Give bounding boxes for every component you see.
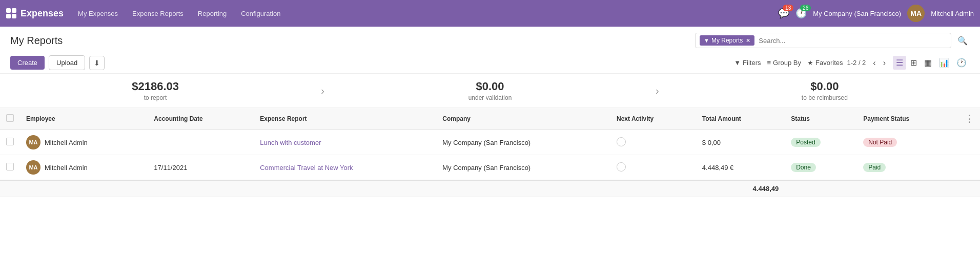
footer-empty-6 bbox=[610, 180, 696, 197]
row-1-expense-report-link[interactable]: Lunch with customer bbox=[260, 139, 321, 146]
row-1-status-badge: Posted bbox=[791, 138, 820, 147]
row-1-activity-circle[interactable] bbox=[617, 137, 626, 146]
row-2-employee: MA Mitchell Admin bbox=[20, 155, 148, 181]
row-1-expense-report[interactable]: Lunch with customer bbox=[254, 130, 436, 155]
pagination-controls: ‹ › bbox=[870, 57, 889, 69]
filter-controls: ▼ Filters ≡ Group By ★ Favorites bbox=[734, 59, 843, 67]
list-view-button[interactable]: ☰ bbox=[893, 56, 906, 70]
footer-empty-3 bbox=[148, 180, 254, 197]
user-name: Mitchell Admin bbox=[931, 10, 974, 17]
filter-remove-button[interactable]: ✕ bbox=[746, 37, 750, 44]
row-2-payment-badge: Paid bbox=[863, 163, 886, 172]
summary-bar: $2186.03 to report › $0.00 under validat… bbox=[0, 74, 980, 108]
table-header-row: Employee Accounting Date Expense Report … bbox=[0, 108, 980, 130]
summary-to-report-amount: $2186.03 bbox=[0, 80, 311, 93]
search-button[interactable]: 🔍 bbox=[955, 34, 970, 48]
activities-button[interactable]: 🕐 26 bbox=[795, 8, 807, 19]
select-all-checkbox[interactable] bbox=[6, 114, 14, 122]
favorites-label: Favorites bbox=[815, 59, 843, 67]
row-2-expense-report[interactable]: Commercial Travel at New York bbox=[254, 155, 436, 181]
summary-to-be-reimbursed: $0.00 to be reimbursed bbox=[669, 80, 980, 101]
row-2-options bbox=[958, 155, 980, 181]
group-by-button[interactable]: ≡ Group By bbox=[767, 59, 802, 67]
search-input[interactable] bbox=[757, 36, 910, 46]
footer-empty-4 bbox=[254, 180, 436, 197]
col-header-company[interactable]: Company bbox=[436, 108, 610, 130]
row-1-payment-status: Not Paid bbox=[857, 130, 958, 155]
grid-view-button[interactable]: ▦ bbox=[921, 56, 935, 70]
search-area: ▼ My Reports ✕ 🔍 bbox=[695, 33, 970, 48]
search-box[interactable]: ▼ My Reports ✕ bbox=[695, 33, 951, 48]
avatar[interactable]: MA bbox=[907, 5, 925, 22]
nav-menu: My Expenses Expense Reports Reporting Co… bbox=[72, 7, 774, 20]
row-1-checkbox[interactable] bbox=[6, 138, 14, 145]
toolbar: Create Upload ⬇ ▼ Filters ≡ Group By ★ F… bbox=[0, 52, 980, 74]
row-1-options bbox=[958, 130, 980, 155]
nav-right: 💬 13 🕐 26 My Company (San Francisco) MA … bbox=[778, 5, 974, 22]
nav-item-my-expenses[interactable]: My Expenses bbox=[72, 7, 124, 20]
col-header-check bbox=[0, 108, 20, 130]
footer-empty-2 bbox=[20, 180, 148, 197]
summary-under-validation-label: under validation bbox=[335, 94, 645, 101]
col-header-accounting-date[interactable]: Accounting Date bbox=[148, 108, 254, 130]
pagination-info: 1-2 / 2 bbox=[847, 59, 866, 67]
upload-button[interactable]: Upload bbox=[49, 55, 85, 70]
create-button[interactable]: Create bbox=[10, 56, 45, 70]
active-filter-tag: ▼ My Reports ✕ bbox=[700, 35, 754, 46]
footer-empty-1 bbox=[0, 180, 20, 197]
activities-count: 26 bbox=[800, 5, 811, 11]
summary-under-validation-amount: $0.00 bbox=[335, 80, 645, 93]
row-2-accounting-date: 17/11/2021 bbox=[148, 155, 254, 181]
next-page-button[interactable]: › bbox=[880, 57, 889, 69]
row-2-employee-name: Mitchell Admin bbox=[45, 164, 88, 172]
row-2-company: My Company (San Francisco) bbox=[436, 155, 610, 181]
prev-page-button[interactable]: ‹ bbox=[870, 57, 879, 69]
app-logo[interactable]: Expenses bbox=[6, 8, 64, 19]
row-2-checkbox[interactable] bbox=[6, 163, 14, 170]
clock-view-button[interactable]: 🕐 bbox=[953, 56, 970, 70]
notifications-button[interactable]: 💬 13 bbox=[778, 8, 789, 19]
row-1-employee: MA Mitchell Admin bbox=[20, 130, 148, 155]
row-2-expense-report-link[interactable]: Commercial Travel at New York bbox=[260, 164, 353, 172]
summary-to-report-label: to report bbox=[0, 94, 311, 101]
view-switcher: ☰ ⊞ ▦ 📊 🕐 bbox=[893, 56, 970, 70]
summary-under-validation: $0.00 under validation bbox=[335, 80, 645, 101]
row-1-avatar: MA bbox=[26, 135, 40, 149]
row-2-total-amount: 4.448,49 € bbox=[696, 155, 785, 181]
nav-item-configuration[interactable]: Configuration bbox=[235, 7, 287, 20]
expense-reports-table: Employee Accounting Date Expense Report … bbox=[0, 108, 980, 197]
row-1-employee-name: Mitchell Admin bbox=[45, 139, 88, 146]
page-header: My Reports ▼ My Reports ✕ 🔍 bbox=[0, 27, 980, 52]
filters-button[interactable]: ▼ Filters bbox=[734, 59, 761, 67]
row-2-activity-circle[interactable] bbox=[617, 162, 626, 172]
chart-view-button[interactable]: 📊 bbox=[936, 56, 952, 70]
row-1-next-activity bbox=[610, 130, 696, 155]
filter-tag-label: My Reports bbox=[711, 37, 743, 44]
col-header-expense-report[interactable]: Expense Report bbox=[254, 108, 436, 130]
col-header-employee[interactable]: Employee bbox=[20, 108, 148, 130]
footer-empty-9 bbox=[958, 180, 980, 197]
download-button[interactable]: ⬇ bbox=[89, 56, 105, 70]
filter-funnel-icon: ▼ bbox=[734, 59, 741, 67]
col-header-payment-status[interactable]: Payment Status bbox=[857, 108, 958, 130]
col-header-next-activity[interactable]: Next Activity bbox=[610, 108, 696, 130]
col-header-status[interactable]: Status bbox=[785, 108, 857, 130]
footer-empty-7 bbox=[785, 180, 857, 197]
nav-item-reporting[interactable]: Reporting bbox=[192, 7, 233, 20]
table-footer-row: 4.448,49 bbox=[0, 180, 980, 197]
summary-arrow-2: › bbox=[645, 85, 669, 97]
row-2-status-badge: Done bbox=[791, 163, 816, 172]
row-1-accounting-date bbox=[148, 130, 254, 155]
summary-to-be-reimbursed-amount: $0.00 bbox=[669, 80, 980, 93]
favorites-button[interactable]: ★ Favorites bbox=[807, 59, 843, 67]
summary-arrow-1: › bbox=[311, 85, 335, 97]
kanban-view-button[interactable]: ⊞ bbox=[907, 56, 920, 70]
col-header-total-amount[interactable]: Total Amount bbox=[696, 108, 785, 130]
nav-item-expense-reports[interactable]: Expense Reports bbox=[126, 7, 190, 20]
app-name: Expenses bbox=[21, 8, 64, 19]
top-navigation: Expenses My Expenses Expense Reports Rep… bbox=[0, 0, 980, 27]
row-1-payment-badge: Not Paid bbox=[863, 138, 897, 147]
column-options-icon[interactable]: ⋮ bbox=[965, 114, 974, 124]
filter-icon: ▼ bbox=[704, 37, 709, 44]
group-by-label: Group By bbox=[773, 59, 801, 67]
